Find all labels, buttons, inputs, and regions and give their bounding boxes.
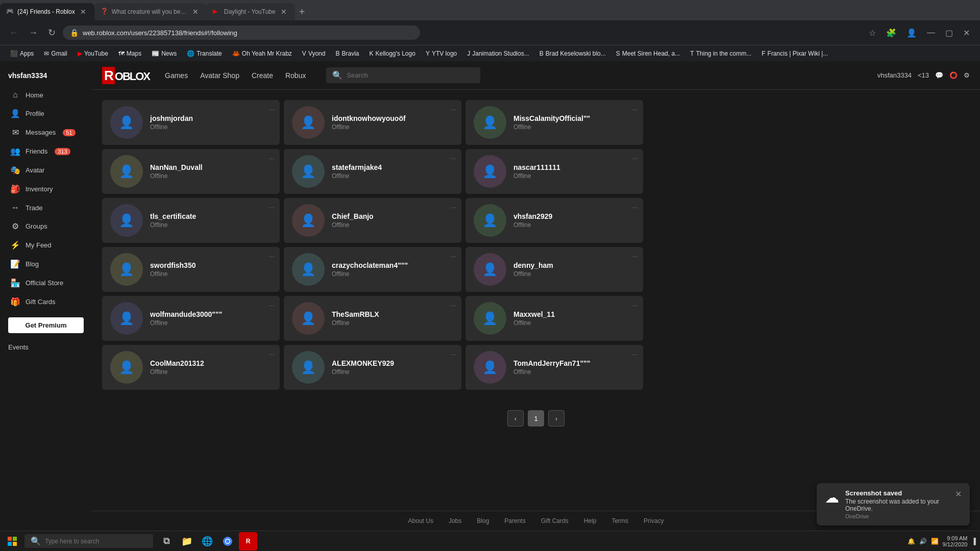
sidebar-item-inventory[interactable]: 🎒 Inventory (2, 180, 90, 198)
friend-card-9[interactable]: 👤 swordfish350 Offline ··· (102, 247, 280, 292)
nav-create[interactable]: Create (252, 71, 273, 80)
tab-inactive-2[interactable]: ❓ What creature will you be frien... ✕ (94, 3, 207, 20)
taskbar-network-icon[interactable]: 📶 (931, 538, 939, 545)
reload-button[interactable]: ↻ (45, 25, 59, 40)
sidebar-events[interactable]: Events (0, 339, 92, 355)
footer-terms[interactable]: Terms (611, 517, 628, 524)
friend-menu-7[interactable]: ··· (450, 203, 456, 211)
bookmark-janimation[interactable]: JJanimation Studios... (463, 49, 533, 58)
pagination-prev[interactable]: ‹ (507, 410, 524, 427)
friend-menu-16[interactable]: ··· (450, 350, 456, 358)
taskbar-chrome-icon[interactable] (218, 532, 237, 550)
roblox-search-box[interactable]: 🔍 (326, 67, 480, 83)
friend-card-0[interactable]: 👤 joshmjordan Offline ··· (102, 100, 280, 145)
friend-menu-1[interactable]: ··· (450, 105, 456, 113)
header-chat-icon[interactable]: 💬 (935, 71, 943, 79)
friend-menu-3[interactable]: ··· (268, 154, 275, 162)
sidebar-item-friends[interactable]: 👥 Friends 313 (2, 142, 90, 160)
friend-menu-12[interactable]: ··· (268, 301, 275, 309)
bookmark-translate[interactable]: 🌐Translate (183, 49, 226, 58)
friend-menu-15[interactable]: ··· (268, 350, 275, 358)
footer-parents[interactable]: Parents (504, 517, 525, 524)
sidebar-item-trade[interactable]: ↔ Trade (2, 199, 90, 216)
friend-card-5[interactable]: 👤 nascar111111 Offline ··· (465, 149, 643, 194)
roblox-search-input[interactable] (347, 71, 474, 79)
bookmark-gmail[interactable]: ✉Gmail (40, 49, 71, 58)
friend-card-11[interactable]: 👤 denny_ham Offline ··· (465, 247, 643, 292)
pagination-next[interactable]: › (548, 410, 565, 427)
friend-menu-6[interactable]: ··· (268, 203, 275, 211)
friend-card-13[interactable]: 👤 TheSamRBLX Offline ··· (284, 296, 461, 341)
bookmark-thing[interactable]: TThing in the comm... (686, 49, 755, 58)
taskbar-notification-icon[interactable]: 🔔 (908, 538, 915, 545)
footer-privacy[interactable]: Privacy (644, 517, 664, 524)
friend-card-8[interactable]: 👤 vhsfan2929 Offline ··· (465, 198, 643, 243)
friend-menu-2[interactable]: ··· (632, 105, 638, 113)
footer-giftcards[interactable]: Gift Cards (541, 517, 569, 524)
bookmark-vyond[interactable]: VVyond (298, 49, 330, 58)
bookmark-ytv[interactable]: YYTV logo (422, 49, 461, 58)
nav-avatar-shop[interactable]: Avatar Shop (200, 71, 239, 80)
taskbar-search-box[interactable]: 🔍 (24, 534, 153, 548)
friend-card-2[interactable]: 👤 MissCalamityOfficial"" Offline ··· (465, 100, 643, 145)
taskbar-file-explorer[interactable]: 📁 (178, 532, 196, 550)
bookmark-youtube[interactable]: ▶YouTube (74, 49, 112, 58)
tab-active[interactable]: 🎮 (24) Friends - Roblox ✕ (0, 3, 94, 20)
profile-button[interactable]: 👤 (902, 26, 921, 40)
extensions-button[interactable]: 🧩 (882, 26, 900, 40)
friend-card-7[interactable]: 👤 Chief_Banjo Offline ··· (284, 198, 461, 243)
sidebar-item-avatar[interactable]: 🎭 Avatar (2, 161, 90, 179)
friend-card-15[interactable]: 👤 CoolMan201312 Offline ··· (102, 345, 280, 390)
tab-close-1[interactable]: ✕ (78, 7, 88, 17)
bookmark-apps[interactable]: ⬛Apps (6, 49, 38, 58)
sidebar-item-official-store[interactable]: 🏪 Official Store (2, 274, 90, 292)
header-circle-icon[interactable]: ⭕ (949, 71, 958, 79)
back-button[interactable]: ← (6, 26, 21, 40)
friend-menu-10[interactable]: ··· (450, 252, 456, 260)
get-premium-button[interactable]: Get Premium (8, 317, 84, 333)
friend-card-1[interactable]: 👤 idontknowhowyouoöf Offline ··· (284, 100, 461, 145)
taskbar-volume-icon[interactable]: 🔊 (919, 538, 927, 545)
friend-card-10[interactable]: 👤 crazychoclateman4""" Offline ··· (284, 247, 461, 292)
tab-close-3[interactable]: ✕ (279, 7, 289, 17)
friend-card-14[interactable]: 👤 Maxxwel_11 Offline ··· (465, 296, 643, 341)
sidebar-item-messages[interactable]: ✉ Messages 51 (2, 123, 90, 141)
maximize-button[interactable]: ▢ (941, 26, 957, 40)
forward-button[interactable]: → (26, 26, 41, 40)
bookmark-francis[interactable]: FFrancis | Pixar Wiki |... (757, 49, 832, 58)
sidebar-item-blog[interactable]: 📝 Blog (2, 255, 90, 273)
friend-menu-14[interactable]: ··· (632, 301, 638, 309)
friend-menu-0[interactable]: ··· (268, 105, 275, 113)
sidebar-item-home[interactable]: ⌂ Home (2, 86, 90, 104)
close-button[interactable]: ✕ (959, 26, 974, 40)
footer-about[interactable]: About Us (408, 517, 433, 524)
nav-robux[interactable]: Robux (285, 71, 306, 80)
taskbar-search-input[interactable] (45, 538, 147, 545)
taskbar-clock[interactable]: 9:09 AM 9/12/2020 (943, 535, 968, 547)
friend-card-4[interactable]: 👤 statefarmjake4 Offline ··· (284, 149, 461, 194)
friend-card-16[interactable]: 👤 ALEXMONKEY929 Offline ··· (284, 345, 461, 390)
pagination-current[interactable]: 1 (528, 410, 544, 427)
friend-menu-11[interactable]: ··· (632, 252, 638, 260)
bookmark-brad[interactable]: BBrad Keselowski blo... (535, 49, 610, 58)
bookmark-siren[interactable]: SMeet Siren Head, a... (612, 49, 684, 58)
sidebar-item-myfeed[interactable]: ⚡ My Feed (2, 236, 90, 254)
bookmark-maps[interactable]: 🗺Maps (114, 49, 145, 58)
friend-menu-4[interactable]: ··· (450, 154, 456, 162)
taskbar-edge-icon[interactable]: 🌐 (198, 532, 216, 550)
bookmark-button[interactable]: ☆ (865, 26, 880, 40)
friend-card-12[interactable]: 👤 wolfmandude3000""" Offline ··· (102, 296, 280, 341)
minimize-button[interactable]: — (923, 26, 939, 39)
friend-menu-8[interactable]: ··· (632, 203, 638, 211)
footer-jobs[interactable]: Jobs (449, 517, 461, 524)
friend-card-6[interactable]: 👤 tls_certificate Offline ··· (102, 198, 280, 243)
tab-inactive-3[interactable]: ▶ Daylight - YouTube ✕ (207, 3, 295, 20)
start-button[interactable] (4, 533, 20, 549)
new-tab-button[interactable]: + (295, 6, 309, 18)
sidebar-item-gift-cards[interactable]: 🎁 Gift Cards (2, 293, 90, 311)
bookmark-news[interactable]: 📰News (148, 49, 181, 58)
taskbar-roblox-icon[interactable]: R (239, 532, 257, 550)
tab-close-2[interactable]: ✕ (190, 7, 201, 17)
bookmark-ohyeah[interactable]: 🦀Oh Yeah Mr Krabz (228, 49, 296, 58)
sidebar-item-groups[interactable]: ⚙ Groups (2, 217, 90, 235)
